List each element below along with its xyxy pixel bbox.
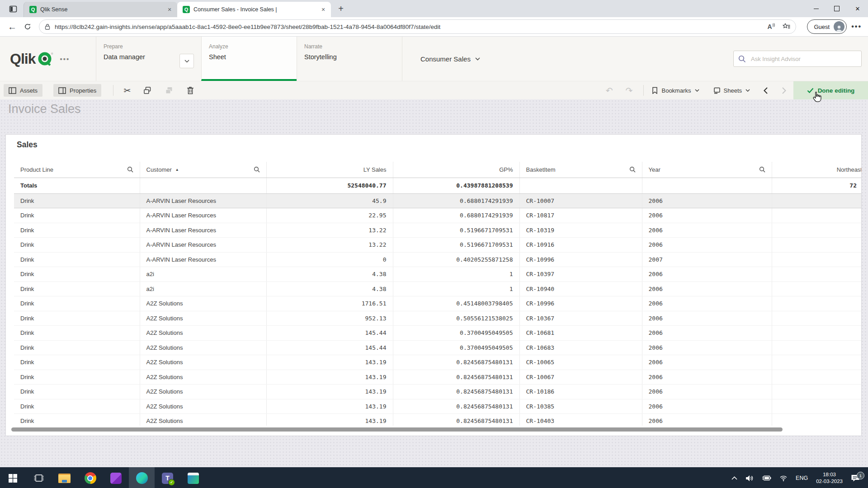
column-header[interactable]: GP% xyxy=(393,162,519,178)
table-cell[interactable]: 2006 xyxy=(642,385,772,399)
sales-table-card[interactable]: Sales Product LineCustomer▲LY SalesGP%Ba… xyxy=(5,134,862,436)
table-cell[interactable]: CR-10367 xyxy=(519,311,642,326)
table-cell[interactable]: 2006 xyxy=(642,267,772,282)
table-cell[interactable]: 145.44 xyxy=(266,326,393,341)
browser-menu-icon[interactable]: ••• xyxy=(851,23,862,31)
table-cell[interactable]: 2006 xyxy=(642,193,772,208)
table-cell[interactable]: a2i xyxy=(140,282,266,296)
read-aloud-icon[interactable]: A xyxy=(767,23,775,30)
table-cell[interactable]: A2Z Solutions xyxy=(140,296,266,311)
search-icon[interactable] xyxy=(254,166,260,173)
taskbar-edge[interactable] xyxy=(129,467,155,488)
table-cell[interactable]: A2Z Solutions xyxy=(140,370,266,385)
table-cell[interactable] xyxy=(772,370,861,385)
search-icon[interactable] xyxy=(629,166,636,173)
table-cell[interactable]: CR-10403 xyxy=(519,414,642,426)
table-cell[interactable]: A-ARVIN Laser Resources xyxy=(140,193,266,208)
table-cell[interactable]: A2Z Solutions xyxy=(140,385,266,399)
table-cell[interactable]: 0.82456875480131 xyxy=(393,385,519,399)
table-cell[interactable]: 13.22 xyxy=(266,238,393,253)
delete-button[interactable] xyxy=(187,86,194,94)
tab-actions-button[interactable] xyxy=(5,2,21,16)
nav-item-sheet[interactable]: AnalyzeSheet xyxy=(201,37,297,81)
table-row[interactable]: DrinkA2Z Solutions145.440.3700495049505C… xyxy=(14,340,861,355)
task-view-button[interactable] xyxy=(26,467,52,488)
table-row[interactable]: DrinkA2Z Solutions1716.510.4514800379840… xyxy=(14,296,861,311)
table-row[interactable]: DrinkA-ARVIN Laser Resources13.220.51966… xyxy=(14,223,861,238)
table-cell[interactable]: CR-10817 xyxy=(519,208,642,223)
close-button[interactable]: ✕ xyxy=(847,0,868,17)
taskbar-chrome[interactable] xyxy=(77,467,103,488)
table-cell[interactable]: 0.45148003798405 xyxy=(393,296,519,311)
insight-advisor-input[interactable] xyxy=(750,55,857,63)
table-row[interactable]: DrinkA-ARVIN Laser Resources22.950.68801… xyxy=(14,208,861,223)
network-button[interactable] xyxy=(775,475,792,481)
tray-expand-button[interactable] xyxy=(727,476,741,480)
table-cell[interactable]: 0.40205255871258 xyxy=(393,252,519,267)
table-row[interactable]: DrinkA2Z Solutions145.440.3700495049505C… xyxy=(14,326,861,341)
reload-button[interactable] xyxy=(20,23,35,30)
start-button[interactable] xyxy=(0,467,26,488)
table-cell[interactable] xyxy=(772,193,861,208)
table-cell[interactable]: CR-10067 xyxy=(519,370,642,385)
table-cell[interactable]: 952.13 xyxy=(266,311,393,326)
minimize-button[interactable] xyxy=(806,0,826,17)
nav-item-data-manager[interactable]: PrepareData manager xyxy=(96,37,201,81)
table-cell[interactable]: A-ARVIN Laser Resources xyxy=(140,238,266,253)
table-row[interactable]: DrinkA-ARVIN Laser Resources00.402052558… xyxy=(14,252,861,267)
volume-button[interactable] xyxy=(741,475,758,482)
table-cell[interactable]: 2006 xyxy=(642,282,772,296)
table-cell[interactable]: Drink xyxy=(14,208,140,223)
nav-dropdown-button[interactable] xyxy=(179,54,194,68)
table-cell[interactable] xyxy=(772,223,861,238)
table-cell[interactable]: 2006 xyxy=(642,208,772,223)
tab-close-icon[interactable]: ✕ xyxy=(165,5,174,14)
table-cell[interactable]: Drink xyxy=(14,223,140,238)
table-cell[interactable] xyxy=(772,238,861,253)
column-header[interactable]: BasketItem xyxy=(519,162,642,178)
table-cell[interactable]: CR-10186 xyxy=(519,385,642,399)
table-row[interactable]: DrinkA2Z Solutions143.190.82456875480131… xyxy=(14,370,861,385)
qlik-logo[interactable]: Qlik ® ••• xyxy=(0,37,96,81)
table-cell[interactable]: CR-10996 xyxy=(519,296,642,311)
column-header[interactable]: Product Line xyxy=(14,162,140,178)
table-cell[interactable]: 72 xyxy=(772,178,861,193)
table-cell[interactable]: 2006 xyxy=(642,296,772,311)
table-cell[interactable]: 145.44 xyxy=(266,340,393,355)
table-cell[interactable] xyxy=(772,267,861,282)
browser-tab-qlik-sense[interactable]: Q Qlik Sense ✕ xyxy=(24,2,177,17)
taskbar-file-explorer[interactable] xyxy=(52,467,77,488)
table-cell[interactable]: 0.82456875480131 xyxy=(393,370,519,385)
table-cell[interactable] xyxy=(519,178,642,193)
column-header[interactable]: LY Sales xyxy=(266,162,393,178)
table-cell[interactable]: CR-10940 xyxy=(519,282,642,296)
table-cell[interactable]: a2i xyxy=(140,267,266,282)
table-cell[interactable]: A2Z Solutions xyxy=(140,311,266,326)
table-cell[interactable] xyxy=(772,355,861,370)
totals-row[interactable]: Totals52548040.770.4398788120853972 xyxy=(14,178,861,193)
table-cell[interactable]: 4.38 xyxy=(266,282,393,296)
table-cell[interactable]: Drink xyxy=(14,252,140,267)
table-cell[interactable]: 0.82456875480131 xyxy=(393,414,519,426)
nav-item-storytelling[interactable]: NarrateStorytelling xyxy=(297,37,402,81)
table-cell[interactable] xyxy=(772,208,861,223)
table-cell[interactable] xyxy=(772,399,861,414)
bookmarks-button[interactable]: Bookmarks xyxy=(652,87,699,94)
table-cell[interactable]: Drink xyxy=(14,340,140,355)
table-row[interactable]: Drinka2i4.381CR-103972006 xyxy=(14,267,861,282)
table-cell[interactable]: 1 xyxy=(393,282,519,296)
table-row[interactable]: Drinka2i4.381CR-109402006 xyxy=(14,282,861,296)
table-cell[interactable]: Drink xyxy=(14,296,140,311)
table-cell[interactable]: 143.19 xyxy=(266,385,393,399)
maximize-button[interactable] xyxy=(826,0,847,17)
search-icon[interactable] xyxy=(759,166,765,173)
table-cell[interactable]: 2006 xyxy=(642,370,772,385)
table-cell[interactable]: 2007 xyxy=(642,252,772,267)
table-cell[interactable]: 22.95 xyxy=(266,208,393,223)
table-cell[interactable]: 1 xyxy=(393,267,519,282)
table-cell[interactable]: A-ARVIN Laser Resources xyxy=(140,252,266,267)
table-cell[interactable]: Drink xyxy=(14,193,140,208)
done-editing-button[interactable]: Done editing xyxy=(793,81,868,99)
table-row[interactable]: DrinkA-ARVIN Laser Resources13.220.51966… xyxy=(14,238,861,253)
table-cell[interactable]: CR-10319 xyxy=(519,223,642,238)
